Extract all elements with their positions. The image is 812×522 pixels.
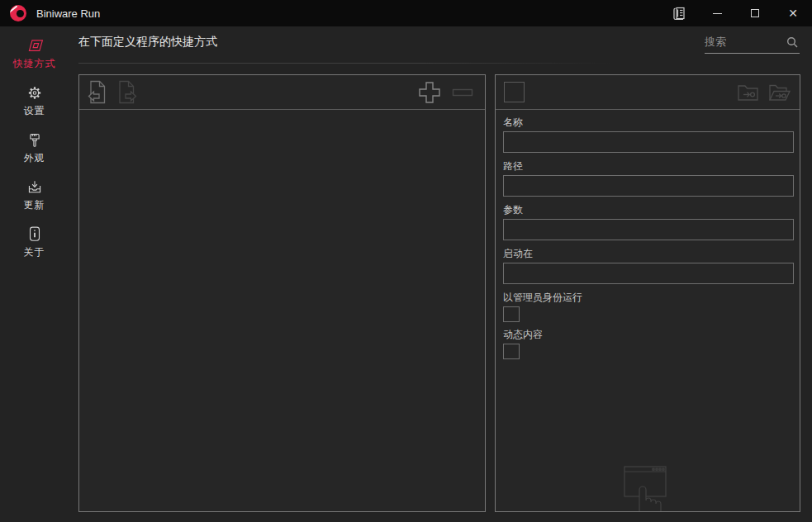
shortcut-details-panel: 名称 路径 参数 启动在 以管理员身份运行 动态内容 xyxy=(495,74,800,512)
maximize-button[interactable] xyxy=(736,0,774,26)
sidebar-item-label: 关于 xyxy=(24,245,45,259)
sidebar-item-label: 更新 xyxy=(24,198,45,212)
maximize-icon xyxy=(751,9,759,17)
page-title: 在下面定义程序的快捷方式 xyxy=(78,35,217,50)
search-box xyxy=(705,31,800,54)
path-input[interactable] xyxy=(503,175,794,197)
browse-folder-button[interactable] xyxy=(767,83,791,102)
search-input[interactable] xyxy=(705,32,784,50)
open-book-icon xyxy=(672,6,687,21)
name-input[interactable] xyxy=(503,131,794,153)
minimize-button[interactable] xyxy=(698,0,736,26)
gear-icon xyxy=(24,85,45,101)
import-document-icon xyxy=(88,80,108,104)
run-as-admin-checkbox[interactable] xyxy=(503,306,520,322)
browse-file-button[interactable] xyxy=(737,83,759,102)
sidebar-item-label: 设置 xyxy=(24,104,45,118)
details-toolbar xyxy=(496,75,800,110)
export-button[interactable] xyxy=(116,80,137,104)
path-label: 路径 xyxy=(503,159,792,171)
dynamic-content-checkbox[interactable] xyxy=(503,344,520,359)
close-icon: ✕ xyxy=(788,7,798,19)
shortcut-form: 名称 路径 参数 启动在 以管理员身份运行 动态内容 xyxy=(496,110,800,359)
folder-closed-arrow-icon xyxy=(737,83,759,102)
window-controls: ✕ xyxy=(660,0,812,26)
dynamic-content-label: 动态内容 xyxy=(503,328,792,339)
sidebar-item-label: 快捷方式 xyxy=(13,57,56,71)
download-tray-icon xyxy=(24,179,45,195)
search-icon xyxy=(786,36,798,48)
sidebar-item-appearance[interactable]: 外观 xyxy=(0,132,69,165)
info-icon xyxy=(24,226,45,242)
name-label: 名称 xyxy=(503,116,792,127)
parameters-label: 参数 xyxy=(503,203,792,215)
export-document-icon xyxy=(116,80,137,104)
remove-shortcut-button[interactable] xyxy=(450,80,475,105)
changelog-book-button[interactable] xyxy=(660,0,698,26)
shortcut-icon-preview xyxy=(504,82,525,102)
window-title: Biniware Run xyxy=(36,7,100,20)
header-divider xyxy=(78,63,611,64)
folder-open-arrow-icon xyxy=(767,83,791,102)
start-in-input[interactable] xyxy=(503,263,794,284)
app-logo-icon xyxy=(10,5,26,21)
shortcut-diamond-icon xyxy=(21,38,48,54)
window-click-hand-icon xyxy=(611,463,687,512)
import-button[interactable] xyxy=(88,80,108,104)
close-button[interactable]: ✕ xyxy=(774,0,812,26)
parameters-input[interactable] xyxy=(503,219,794,240)
sidebar: 快捷方式 设置 xyxy=(0,26,69,522)
shortcut-list-panel xyxy=(78,74,486,512)
run-as-admin-label: 以管理员身份运行 xyxy=(503,291,792,302)
add-shortcut-button[interactable] xyxy=(417,80,442,105)
sidebar-item-shortcuts[interactable]: 快捷方式 xyxy=(0,38,69,71)
minus-icon xyxy=(450,80,475,105)
start-in-label: 启动在 xyxy=(503,247,792,259)
shortcut-list-toolbar xyxy=(79,75,485,110)
sidebar-item-settings[interactable]: 设置 xyxy=(0,85,69,118)
sidebar-item-update[interactable]: 更新 xyxy=(0,179,69,212)
paintbrush-icon xyxy=(24,132,45,148)
titlebar: Biniware Run ✕ xyxy=(0,0,812,26)
shortcut-list[interactable] xyxy=(79,110,485,511)
sidebar-item-about[interactable]: 关于 xyxy=(0,226,69,259)
plus-icon xyxy=(417,80,442,105)
minimize-icon xyxy=(713,13,722,14)
sidebar-item-label: 外观 xyxy=(24,151,45,165)
